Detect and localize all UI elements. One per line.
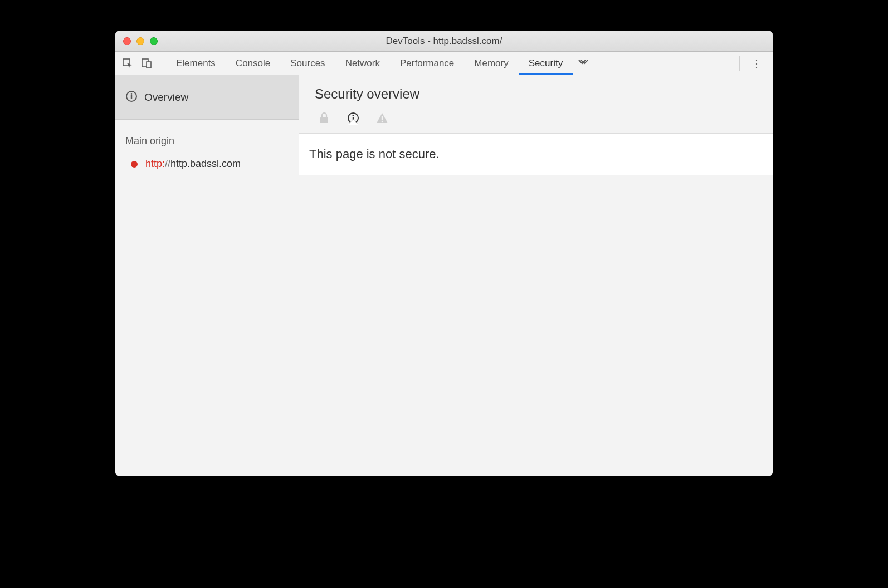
active-indicator-arrow-icon [348, 120, 358, 125]
origin-url: http://http.badssl.com [145, 158, 241, 170]
panel-header: Security overview [299, 75, 773, 133]
tab-elements[interactable]: Elements [166, 52, 226, 75]
tab-performance[interactable]: Performance [390, 52, 464, 75]
window-title: DevTools - http.badssl.com/ [115, 36, 773, 47]
sidebar-overview[interactable]: Overview [115, 75, 299, 120]
devtools-tabs: Elements Console Sources Network Perform… [166, 52, 573, 75]
svg-point-11 [382, 121, 383, 122]
svg-rect-5 [131, 95, 132, 99]
svg-rect-10 [382, 116, 383, 120]
window-titlebar: DevTools - http.badssl.com/ [115, 31, 773, 52]
lock-icon [318, 112, 330, 124]
security-message-card: This page is not secure. [299, 133, 773, 175]
security-sidebar: Overview Main origin http://http.badssl.… [115, 75, 299, 476]
origin-row[interactable]: http://http.badssl.com [115, 155, 299, 173]
traffic-lights [115, 37, 158, 45]
security-state-icons [315, 102, 757, 133]
devtools-window: DevTools - http.badssl.com/ Elements Con… [115, 31, 773, 476]
svg-rect-6 [320, 117, 328, 123]
security-message: This page is not secure. [309, 147, 763, 161]
toolbar-separator [160, 56, 160, 71]
kebab-menu-icon[interactable]: ⋮ [745, 57, 768, 70]
tab-sources[interactable]: Sources [280, 52, 335, 75]
close-window-button[interactable] [123, 37, 131, 45]
svg-point-8 [353, 115, 354, 116]
origin-scheme: http: [145, 158, 165, 169]
svg-rect-2 [147, 62, 151, 68]
content-area: Overview Main origin http://http.badssl.… [115, 75, 773, 476]
toolbar-separator [739, 56, 740, 71]
devtools-toolbar: Elements Console Sources Network Perform… [115, 52, 773, 75]
minimize-window-button[interactable] [136, 37, 144, 45]
warning-triangle-icon [376, 112, 388, 124]
security-panel: Security overview [299, 75, 773, 476]
more-tabs-icon[interactable] [575, 57, 592, 69]
svg-point-4 [131, 93, 133, 95]
zoom-window-button[interactable] [150, 37, 158, 45]
info-icon [125, 90, 138, 105]
tab-network[interactable]: Network [335, 52, 390, 75]
origin-separator: // [165, 158, 170, 169]
info-icon [347, 112, 359, 124]
tab-memory[interactable]: Memory [464, 52, 518, 75]
tab-console[interactable]: Console [226, 52, 280, 75]
inspect-element-icon[interactable] [120, 56, 135, 71]
device-toolbar-icon[interactable] [139, 56, 154, 71]
origin-host: http.badssl.com [170, 158, 241, 169]
toolbar-right: ⋮ [737, 56, 768, 71]
main-origin-section-label: Main origin [115, 120, 299, 155]
tab-security[interactable]: Security [519, 52, 573, 75]
origin-status-dot-icon [131, 161, 138, 168]
panel-title: Security overview [315, 86, 757, 102]
overview-label: Overview [144, 91, 188, 104]
